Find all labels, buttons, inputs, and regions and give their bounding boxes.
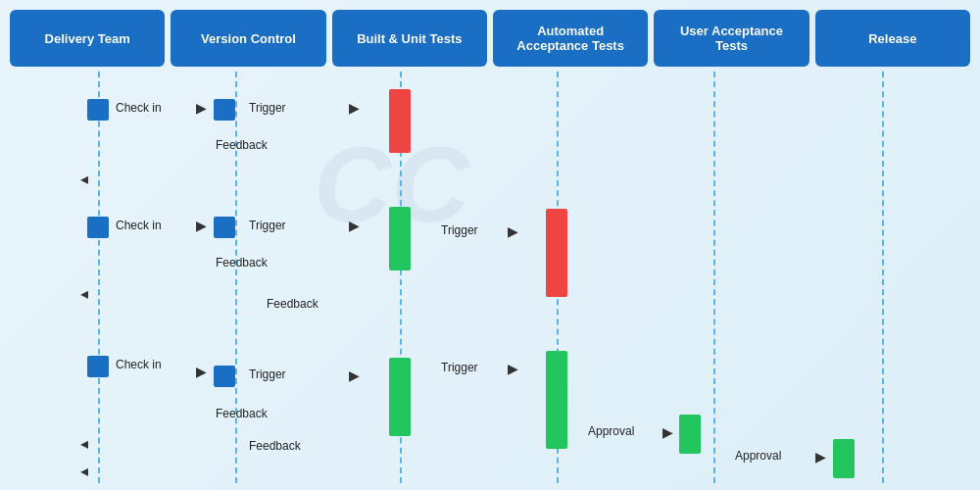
checkin-label-1: Check in — [116, 101, 162, 115]
header-delivery-team: Delivery Team — [10, 10, 165, 67]
arrow-to-vc-2: ▶ — [196, 218, 207, 233]
approval-label-2: Approval — [735, 449, 781, 463]
arrow-to-vc-1: ▶ — [196, 100, 207, 116]
arrow-to-built-1: ▶ — [349, 100, 360, 116]
vc-node-3 — [214, 366, 235, 387]
header-release: Release — [815, 10, 970, 67]
uat-rect — [679, 415, 701, 454]
arrow-to-auto-3: ▶ — [508, 361, 518, 376]
header-built-unit-tests: Built & Unit Tests — [332, 10, 487, 67]
release-rect — [833, 439, 855, 478]
trigger-label-2: Trigger — [249, 219, 286, 232]
dashed-line-delivery — [98, 72, 100, 483]
arrow-to-built-2: ▶ — [349, 218, 360, 233]
feedback-arrow-1: ◂ — [80, 170, 88, 188]
dashed-line-version — [235, 72, 237, 483]
feedback-label-auto-2: Feedback — [267, 297, 318, 311]
feedback-label-2: Feedback — [216, 256, 268, 270]
auto-rect-2 — [546, 209, 567, 297]
header-automated-acceptance-tests: Automated Acceptance Tests — [493, 10, 648, 67]
dashed-line-user — [713, 72, 715, 483]
header-row: Delivery Team Version Control Built & Un… — [0, 0, 980, 67]
vc-node-2 — [214, 217, 235, 238]
header-user-acceptance-tests: User Acceptance Tests — [654, 10, 808, 67]
trigger-label-3: Trigger — [249, 368, 286, 381]
vc-node-1 — [214, 99, 235, 121]
delivery-node-3 — [87, 356, 109, 377]
diagram-area: CC Check in ▶ Trigger ▶ Feedback ◂ Check… — [0, 72, 980, 483]
feedback-arrow-3b: ◂ — [80, 462, 88, 480]
arrow-to-auto-2: ▶ — [508, 223, 518, 239]
built-rect-3 — [389, 358, 411, 436]
delivery-node-2 — [87, 217, 109, 238]
dashed-line-release — [882, 72, 884, 483]
feedback-label-built-3: Feedback — [249, 439, 301, 453]
trigger-auto-label-2: Trigger — [441, 223, 478, 237]
auto-rect-3 — [546, 351, 567, 449]
checkin-label-2: Check in — [116, 219, 162, 232]
arrow-to-vc-3: ▶ — [196, 364, 207, 379]
arrow-to-release: ▶ — [815, 449, 826, 465]
arrow-to-uat: ▶ — [662, 424, 673, 440]
feedback-label-vc-3: Feedback — [216, 407, 268, 420]
feedback-arrow-2: ◂ — [80, 284, 88, 303]
checkin-label-3: Check in — [116, 358, 162, 371]
feedback-label-1: Feedback — [216, 138, 268, 152]
approval-label-1: Approval — [588, 424, 634, 438]
built-rect-1 — [389, 89, 411, 153]
header-version-control: Version Control — [171, 10, 325, 67]
trigger-auto-label-3: Trigger — [441, 361, 478, 374]
delivery-node-1 — [87, 99, 109, 121]
arrow-to-built-3: ▶ — [349, 368, 360, 383]
feedback-arrow-3a: ◂ — [80, 434, 88, 453]
trigger-label-1: Trigger — [249, 101, 286, 115]
built-rect-2 — [389, 207, 411, 270]
